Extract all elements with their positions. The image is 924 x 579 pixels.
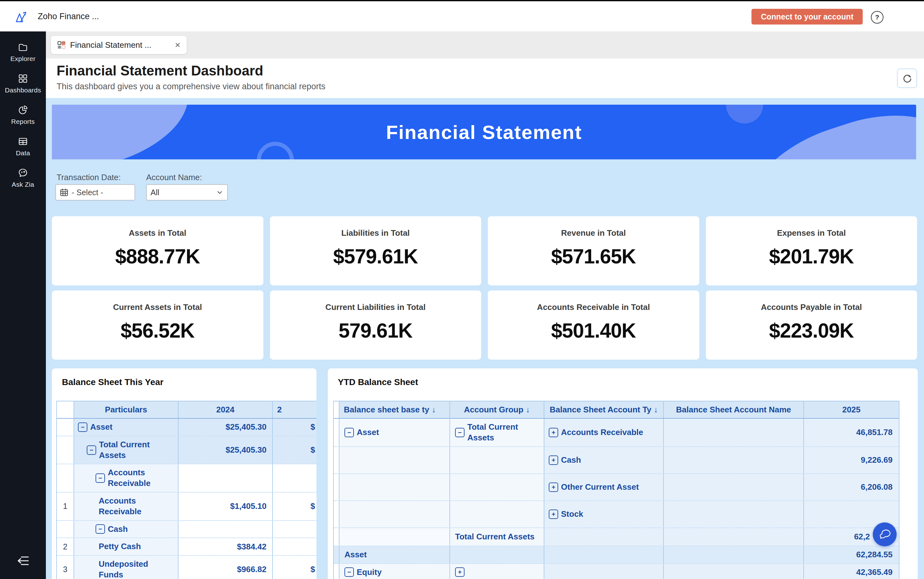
- value-cell: 62,284.55: [804, 546, 899, 563]
- value-cell: [178, 464, 273, 492]
- particulars-cell: −Accounts Receivable: [74, 464, 178, 492]
- particulars-cell: −Total Current Assets: [74, 436, 178, 464]
- sidebar-item-data[interactable]: Data: [0, 131, 46, 162]
- kpi-card: Accounts Payable in Total$223.09K: [706, 290, 917, 360]
- refresh-button[interactable]: [897, 69, 917, 88]
- account-name-select[interactable]: All: [146, 184, 228, 201]
- row-number: [57, 436, 74, 464]
- kpi-label: Current Assets in Total: [113, 303, 202, 312]
- chat-assistant-button[interactable]: [873, 522, 897, 546]
- transaction-date-input[interactable]: - Select -: [56, 184, 135, 201]
- expand-toggle-icon[interactable]: −: [455, 428, 465, 437]
- kpi-label: Assets in Total: [129, 228, 186, 238]
- kpi-value: $571.65K: [551, 245, 636, 268]
- widget-ytd-balance-sheet: YTD Balance Sheet Balance sheet base ty↓…: [328, 368, 918, 579]
- sidebar-item-label: Data: [16, 149, 30, 157]
- value-cell: $: [273, 436, 317, 464]
- table-icon: [18, 136, 28, 147]
- column-header[interactable]: Balance Sheet Account Ty↓: [544, 401, 664, 418]
- account-label: Equity: [357, 567, 382, 578]
- table-row: −Asset$25,405.30$: [57, 419, 317, 436]
- column-header[interactable]: Account Group↓: [450, 401, 544, 418]
- table-row: Asset62,284.55: [334, 546, 899, 564]
- column-header[interactable]: Particulars: [74, 401, 178, 418]
- expand-toggle-icon[interactable]: +: [549, 455, 558, 465]
- account-cell: −Asset: [340, 419, 450, 447]
- column-header-label: Balance Sheet Account Ty: [550, 405, 651, 415]
- connect-account-button[interactable]: Connect to your account: [751, 9, 863, 25]
- close-icon[interactable]: ×: [175, 40, 180, 50]
- account-label: Petty Cash: [99, 541, 141, 552]
- account-label: Cash: [108, 524, 128, 535]
- row-gutter: [334, 474, 340, 500]
- widget-title: YTD Balance Sheet: [338, 377, 418, 387]
- expand-toggle-icon[interactable]: +: [455, 568, 465, 577]
- value-cell: $384.42: [178, 538, 273, 555]
- sidebar-item-label: Dashboards: [5, 87, 41, 94]
- tab-financial-statement[interactable]: Financial Statement ... ×: [51, 36, 187, 54]
- account-cell: [340, 528, 450, 546]
- account-cell: −Total Current Assets: [450, 419, 544, 447]
- column-header[interactable]: 2: [273, 401, 317, 418]
- chevron-down-icon: [216, 189, 224, 196]
- column-header-label: 2024: [216, 405, 235, 415]
- expand-toggle-icon[interactable]: −: [96, 473, 105, 483]
- expand-toggle-icon[interactable]: −: [87, 445, 96, 455]
- account-cell: [340, 501, 450, 527]
- account-label: Undeposited Funds: [99, 559, 155, 579]
- expand-toggle-icon[interactable]: +: [549, 428, 558, 437]
- value-cell: $966.82: [178, 556, 273, 579]
- sidebar: ExplorerDashboardsReportsDataAsk Zia: [0, 31, 46, 579]
- kpi-value: $201.79K: [769, 245, 854, 268]
- expand-toggle-icon[interactable]: −: [78, 422, 87, 432]
- account-label: Stock: [561, 509, 583, 520]
- expand-toggle-icon[interactable]: −: [96, 524, 105, 534]
- row-gutter: [334, 419, 340, 447]
- sort-descending-icon[interactable]: ↓: [526, 405, 530, 414]
- account-cell: [450, 447, 544, 473]
- sort-descending-icon[interactable]: ↓: [432, 405, 436, 414]
- account-cell: [340, 447, 450, 473]
- column-header[interactable]: [57, 401, 74, 418]
- account-cell: +: [450, 564, 544, 579]
- sidebar-item-label: Explorer: [10, 55, 36, 62]
- kpi-label: Liabilities in Total: [341, 228, 410, 238]
- column-header-label: Particulars: [105, 405, 147, 415]
- tab-label: Financial Statement ...: [70, 40, 170, 50]
- value-cell: [273, 521, 317, 538]
- sidebar-item-reports[interactable]: Reports: [0, 99, 46, 131]
- sidebar-item-label: Reports: [11, 118, 35, 126]
- row-number: [57, 464, 74, 492]
- sidebar-items: ExplorerDashboardsReportsDataAsk Zia: [0, 31, 46, 194]
- sidebar-item-ask-zia[interactable]: Ask Zia: [0, 162, 46, 194]
- account-cell: Asset: [340, 546, 450, 563]
- value-cell: 6,206.08: [804, 474, 899, 500]
- zoho-analytics-logo-icon: [14, 9, 29, 25]
- page-subtitle: This dashboard gives you a comprehensive…: [57, 82, 325, 92]
- chat-sparkle-icon: [18, 168, 28, 178]
- value-cell: 9,226.69: [804, 447, 899, 473]
- expand-toggle-icon[interactable]: −: [344, 568, 354, 577]
- collapse-sidebar-icon[interactable]: [16, 554, 30, 567]
- column-header[interactable]: Balance sheet base ty↓: [340, 401, 450, 418]
- kpi-label: Expenses in Total: [777, 228, 846, 238]
- sidebar-item-explorer[interactable]: Explorer: [0, 36, 46, 68]
- row-number: [57, 419, 74, 436]
- particulars-cell: Petty Cash: [74, 538, 178, 555]
- account-label: Accounts Receivable: [99, 496, 155, 517]
- kpi-card: Accounts Receivable in Total$501.40K: [488, 290, 699, 360]
- column-header-label: 2025: [842, 405, 860, 415]
- column-header[interactable]: 2024: [178, 401, 273, 418]
- expand-toggle-icon[interactable]: +: [549, 510, 558, 519]
- account-label: Accounts Receivable: [108, 468, 161, 489]
- account-name-cell: [664, 419, 804, 447]
- help-icon[interactable]: ?: [871, 11, 883, 24]
- sidebar-item-dashboards[interactable]: Dashboards: [0, 68, 46, 99]
- kpi-value: 579.61K: [338, 319, 412, 342]
- app-window: Zoho Finance ... Connect to your account…: [0, 0, 924, 579]
- sort-descending-icon[interactable]: ↓: [654, 405, 658, 414]
- column-header-label: Balance sheet base ty: [344, 405, 429, 415]
- expand-toggle-icon[interactable]: −: [344, 428, 354, 437]
- row-number: [57, 521, 74, 538]
- expand-toggle-icon[interactable]: +: [549, 483, 558, 492]
